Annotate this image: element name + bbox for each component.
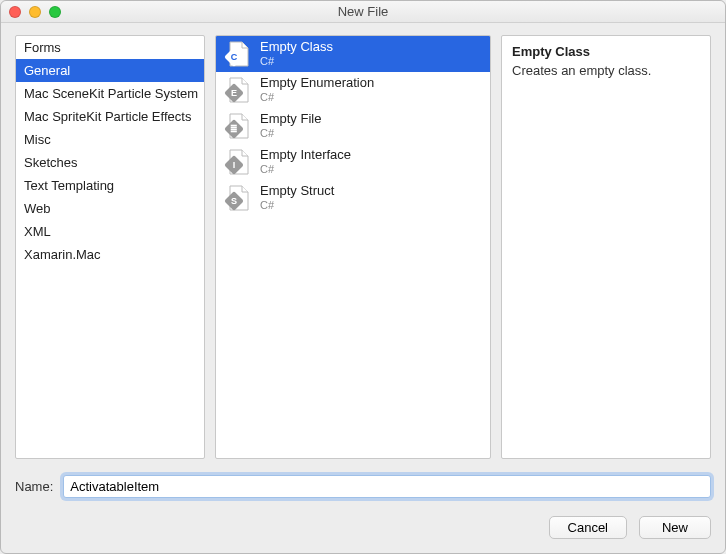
file-type-icon: I bbox=[224, 148, 252, 176]
category-list[interactable]: FormsGeneralMac SceneKit Particle System… bbox=[15, 35, 205, 459]
category-item[interactable]: Mac SceneKit Particle System bbox=[16, 82, 204, 105]
template-text: Empty File C# bbox=[260, 112, 321, 140]
template-name: Empty Interface bbox=[260, 148, 351, 163]
template-language: C# bbox=[260, 55, 333, 68]
panes: FormsGeneralMac SceneKit Particle System… bbox=[15, 35, 711, 459]
window-title: New File bbox=[1, 4, 725, 19]
category-item[interactable]: Mac SpriteKit Particle Effects bbox=[16, 105, 204, 128]
template-name: Empty Struct bbox=[260, 184, 334, 199]
template-text: Empty Class C# bbox=[260, 40, 333, 68]
category-item[interactable]: XML bbox=[16, 220, 204, 243]
category-item[interactable]: General bbox=[16, 59, 204, 82]
svg-text:I: I bbox=[233, 160, 236, 170]
template-language: C# bbox=[260, 199, 334, 212]
svg-text:E: E bbox=[231, 88, 237, 98]
file-type-icon: E bbox=[224, 76, 252, 104]
template-text: Empty Interface C# bbox=[260, 148, 351, 176]
template-item[interactable]: S Empty Struct C# bbox=[216, 180, 490, 216]
new-button[interactable]: New bbox=[639, 516, 711, 539]
description-title: Empty Class bbox=[512, 44, 700, 59]
template-text: Empty Struct C# bbox=[260, 184, 334, 212]
name-row: Name: bbox=[15, 475, 711, 498]
dialog-content: FormsGeneralMac SceneKit Particle System… bbox=[1, 23, 725, 553]
description-pane: Empty Class Creates an empty class. bbox=[501, 35, 711, 459]
template-list[interactable]: C Empty Class C# E Empty Enumeration C# … bbox=[215, 35, 491, 459]
description-text: Creates an empty class. bbox=[512, 63, 700, 78]
svg-text:S: S bbox=[231, 196, 237, 206]
dialog-buttons: Cancel New bbox=[15, 516, 711, 539]
category-item[interactable]: Text Templating bbox=[16, 174, 204, 197]
category-item[interactable]: Forms bbox=[16, 36, 204, 59]
template-item[interactable]: E Empty Enumeration C# bbox=[216, 72, 490, 108]
name-input[interactable] bbox=[63, 475, 711, 498]
new-file-dialog: New File FormsGeneralMac SceneKit Partic… bbox=[0, 0, 726, 554]
category-item[interactable]: Sketches bbox=[16, 151, 204, 174]
file-type-icon: S bbox=[224, 184, 252, 212]
cancel-button[interactable]: Cancel bbox=[549, 516, 627, 539]
svg-text:≣: ≣ bbox=[230, 124, 238, 134]
titlebar: New File bbox=[1, 1, 725, 23]
file-type-icon: C bbox=[224, 40, 252, 68]
category-item[interactable]: Web bbox=[16, 197, 204, 220]
template-name: Empty Enumeration bbox=[260, 76, 374, 91]
file-type-icon: ≣ bbox=[224, 112, 252, 140]
svg-text:C: C bbox=[231, 52, 238, 62]
category-item[interactable]: Xamarin.Mac bbox=[16, 243, 204, 266]
template-language: C# bbox=[260, 127, 321, 140]
name-label: Name: bbox=[15, 479, 53, 494]
template-name: Empty Class bbox=[260, 40, 333, 55]
template-text: Empty Enumeration C# bbox=[260, 76, 374, 104]
template-item[interactable]: ≣ Empty File C# bbox=[216, 108, 490, 144]
template-item[interactable]: I Empty Interface C# bbox=[216, 144, 490, 180]
template-name: Empty File bbox=[260, 112, 321, 127]
category-item[interactable]: Misc bbox=[16, 128, 204, 151]
template-language: C# bbox=[260, 163, 351, 176]
template-language: C# bbox=[260, 91, 374, 104]
template-item[interactable]: C Empty Class C# bbox=[216, 36, 490, 72]
